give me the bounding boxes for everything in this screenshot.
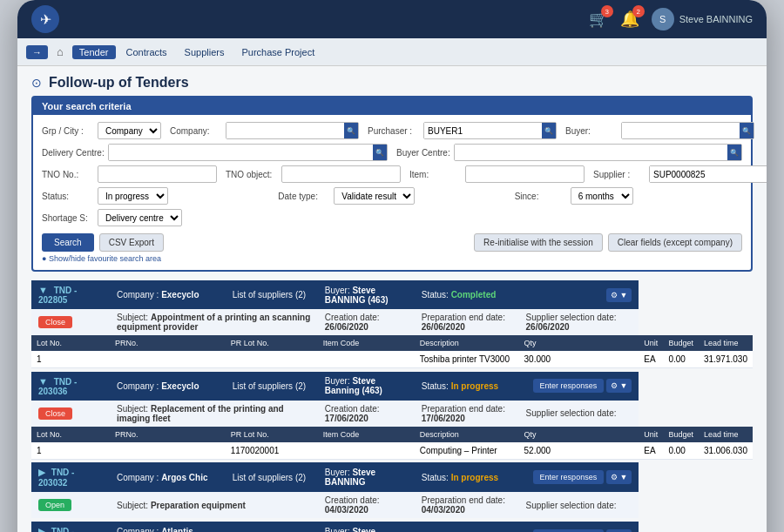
nav-item-suppliers[interactable]: Suppliers: [178, 45, 232, 59]
tender-suppliers-cell: List of suppliers (2): [226, 280, 318, 309]
tender-subject-cell: Subject: Preparation equipment: [110, 492, 318, 518]
buyer-input[interactable]: [622, 123, 740, 138]
user-avatar: S: [652, 8, 674, 30]
since-label: Since:: [515, 192, 567, 201]
th-budget: Budget: [663, 335, 699, 351]
enter-responses-button[interactable]: Enter responses: [533, 470, 605, 484]
delivery-centre-search-btn[interactable]: 🔍: [373, 145, 387, 160]
buyer-centre-input[interactable]: [455, 145, 727, 160]
purchaser-search-btn[interactable]: 🔍: [542, 123, 556, 138]
company-input[interactable]: [226, 123, 344, 138]
td-lot-no: 1: [31, 351, 110, 368]
th-pr-no: PRNo.: [110, 335, 226, 351]
purchaser-input[interactable]: [424, 123, 542, 138]
clear-button[interactable]: Clear fields (except company): [608, 233, 742, 252]
status-select[interactable]: In progress Completed: [98, 187, 168, 205]
user-info[interactable]: S Steve BAINNING: [652, 8, 753, 30]
user-name: Steve BAINNING: [679, 14, 753, 24]
th-description: Description: [415, 335, 519, 351]
td-lot-no: 1: [31, 442, 110, 460]
home-icon[interactable]: ⌂: [51, 45, 69, 58]
buyer-input-wrap: 🔍: [621, 122, 754, 139]
grp-city-label: Grp / City :: [42, 126, 94, 136]
status-label: Status:: [42, 192, 94, 201]
reinitialize-button[interactable]: Re-initialise with the session: [474, 233, 603, 252]
csv-export-button[interactable]: CSV Export: [99, 233, 164, 252]
grp-city-select[interactable]: Company: [98, 122, 161, 139]
tender-buyer-cell: Buyer: Steve Banning (463): [318, 372, 415, 401]
tender-settings-button[interactable]: ⚙ ▼: [606, 470, 632, 484]
company-search-btn[interactable]: 🔍: [344, 123, 358, 138]
tender-id-cell: ▼ TND - 202805: [31, 280, 110, 309]
app-logo[interactable]: ✈: [31, 5, 59, 33]
search-actions-right: Re-initialise with the session Clear fie…: [474, 233, 742, 252]
main-content: ⊙ Follow-up of Tenders Your search crite…: [17, 66, 767, 532]
tender-group-3: ▶ TND - 203032 Company : Argos Chic List…: [31, 462, 753, 522]
field-supplier: Supplier : 🔍: [593, 165, 767, 183]
notification-icon-wrap[interactable]: 🔔 2: [620, 10, 639, 29]
tender-close-button[interactable]: Close: [38, 407, 72, 420]
search-panel-body: Grp / City : Company Company: 🔍 Purc: [33, 115, 751, 270]
tender-detail-data-row: 1 Toshiba printer TV3000 30.000 EA 0.00 …: [31, 351, 753, 368]
td-unit: EA: [639, 442, 663, 460]
tender-close-button[interactable]: Close: [38, 316, 72, 328]
tender-status-cell: Status: Completed: [415, 280, 519, 309]
tender-open-button[interactable]: Open: [38, 499, 71, 511]
th-lot-no: Lot No.: [31, 335, 110, 351]
td-budget: 0.00: [663, 351, 699, 368]
search-panel-header: Your search criteria: [33, 98, 751, 115]
td-item-code: [318, 442, 415, 460]
tender-creation-date-cell: Creation date: 04/03/2020: [318, 492, 415, 518]
supplier-input[interactable]: [650, 166, 767, 182]
nav-item-tender[interactable]: Tender: [72, 45, 116, 59]
tender-group-1: ▼ TND - 202805 Company : Execyclo List o…: [31, 280, 753, 372]
tender-status-badge: Completed: [451, 290, 497, 300]
th-qty: Qty: [519, 427, 639, 442]
delivery-centre-input[interactable]: [109, 145, 373, 160]
tender-suppliers-cell: List of suppliers (2): [226, 522, 318, 532]
th-lead-time: Lead time: [699, 335, 753, 351]
field-grp-city: Grp / City : Company: [42, 122, 161, 139]
td-unit: EA: [639, 351, 663, 368]
tender-row-main: ▶ TND - 203032 Company : Argos Chic List…: [31, 462, 753, 492]
field-buyer: Buyer: 🔍: [565, 122, 754, 139]
td-lead-time: 31.006.030: [699, 442, 753, 460]
th-qty: Qty: [519, 335, 639, 351]
company-label: Company:: [170, 126, 222, 136]
td-pr-lot-no: 1170020001: [226, 442, 318, 460]
shortage-select[interactable]: Delivery centre: [98, 209, 182, 226]
nav-item-purchase-project[interactable]: Purchase Project: [234, 45, 321, 59]
buyer-search-btn[interactable]: 🔍: [740, 123, 754, 138]
th-item-code: Item Code: [318, 427, 415, 442]
tender-buyer-cell: Buyer: Steve BANNING: [318, 462, 415, 492]
buyer-centre-label: Buyer Centre:: [396, 148, 450, 158]
toggle-icon: ▶: [38, 467, 45, 477]
td-pr-no: [110, 442, 226, 460]
top-nav-right: 🛒 3 🔔 2 S Steve BAINNING: [589, 8, 753, 30]
buyer-centre-search-btn[interactable]: 🔍: [727, 145, 741, 160]
page-title: Follow-up of Tenders: [49, 75, 189, 91]
tender-settings-button[interactable]: ⚙ ▼: [606, 379, 632, 393]
tender-sel-date-cell: Supplier selection date: 26/06/2020: [519, 309, 639, 335]
search-button[interactable]: Search: [42, 233, 94, 252]
tender-group-2: ▼ TND - 203036 Company : Execyclo List o…: [31, 372, 753, 463]
since-select[interactable]: 6 months: [571, 187, 633, 205]
field-buyer-centre: Buyer Centre: 🔍: [396, 144, 742, 161]
search-actions: Search CSV Export Re-initialise with the…: [42, 233, 742, 252]
tno-no-input[interactable]: [98, 165, 217, 183]
cart-icon-wrap[interactable]: 🛒 3: [589, 10, 608, 29]
tender-settings-button[interactable]: ⚙ ▼: [606, 288, 632, 302]
show-favourite-area[interactable]: ● Show/hide favourite search area: [42, 254, 742, 263]
td-qty: 30.000: [519, 351, 639, 368]
nav-back-button[interactable]: →: [26, 45, 48, 59]
date-type-select[interactable]: Validate result: [334, 187, 415, 205]
item-input[interactable]: [465, 165, 585, 183]
enter-responses-button[interactable]: Enter responses: [533, 379, 605, 393]
search-row-2: Delivery Centre: 🔍 Buyer Centre: 🔍: [42, 144, 742, 161]
td-budget: 0.00: [663, 442, 699, 460]
tno-object-input[interactable]: [281, 165, 401, 183]
tender-toggle-cell: Close: [31, 309, 110, 335]
th-pr-lot-no: PR Lot No.: [226, 335, 318, 351]
nav-item-contracts[interactable]: Contracts: [119, 45, 174, 59]
tender-company-cell: Company : Execyclo: [110, 280, 226, 309]
